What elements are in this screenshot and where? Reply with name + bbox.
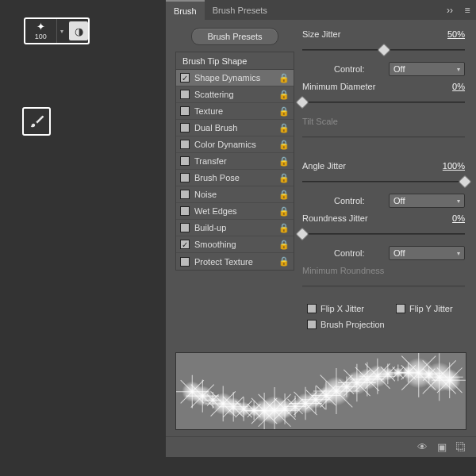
lock-icon[interactable]: 🔒 <box>278 140 290 150</box>
sparkle-icon: ✦ <box>36 21 45 32</box>
lock-icon[interactable]: 🔒 <box>278 90 290 100</box>
lock-icon[interactable]: 🔒 <box>278 156 290 167</box>
panel-tabs: Brush Brush Presets ›› ≡ <box>166 0 476 20</box>
checkbox[interactable] <box>180 73 190 83</box>
brush-tool-button[interactable] <box>22 107 51 136</box>
flip-x-jitter-checkbox[interactable]: Flip X Jitter <box>307 304 364 313</box>
brush-stroke-preview <box>175 352 466 430</box>
dynamics-label: Transfer <box>194 156 278 166</box>
brush-dynamics-list: Brush Tip Shape Shape Dynamics🔒Scatterin… <box>175 52 294 271</box>
dynamics-row-build-up[interactable]: Build-up🔒 <box>176 220 294 236</box>
tab-brush-presets[interactable]: Brush Presets <box>205 0 275 20</box>
brush-options-column: Brush Presets Brush Tip Shape Shape Dyna… <box>175 28 294 341</box>
checkbox[interactable] <box>180 190 190 199</box>
min-diameter-label: Minimum Diameter <box>302 82 428 91</box>
dynamics-label: Noise <box>194 190 278 199</box>
lock-icon[interactable]: 🔒 <box>278 73 290 83</box>
size-jitter-label: Size Jitter <box>302 29 428 39</box>
tab-brush[interactable]: Brush <box>166 0 205 20</box>
min-roundness-slider <box>302 282 465 293</box>
chevron-down-icon[interactable]: ▾ <box>57 28 68 35</box>
checkbox[interactable] <box>180 223 190 232</box>
tilt-scale-slider <box>302 132 465 144</box>
lock-icon[interactable]: 🔒 <box>278 190 290 200</box>
dynamics-label: Brush Pose <box>194 173 278 182</box>
brush-preset-widget[interactable]: ✦ 100 ▾ ◑ <box>24 17 90 44</box>
roundness-jitter-value[interactable]: 0% <box>428 213 465 223</box>
dynamics-label: Build-up <box>194 223 278 232</box>
brush-presets-button[interactable]: Brush Presets <box>191 28 278 45</box>
checkbox[interactable] <box>180 173 190 182</box>
checkbox[interactable] <box>180 240 190 249</box>
control-label: Control: <box>334 196 365 205</box>
min-diameter-slider[interactable] <box>302 98 465 109</box>
lock-icon[interactable]: 🔒 <box>278 256 290 267</box>
dynamics-row-wet-edges[interactable]: Wet Edges🔒 <box>176 203 294 220</box>
min-roundness-label: Minimum Roundness <box>302 266 465 275</box>
pressure-toggle-icon[interactable]: ◑ <box>69 21 88 40</box>
dynamics-label: Scattering <box>194 90 278 99</box>
angle-jitter-slider[interactable] <box>302 177 465 188</box>
dynamics-label: Texture <box>194 106 278 116</box>
flip-y-jitter-checkbox[interactable]: Flip Y Jitter <box>396 304 453 313</box>
create-brush-icon[interactable]: ⿻ <box>456 441 466 453</box>
dynamics-label: Color Dynamics <box>194 140 278 149</box>
dynamics-row-dual-brush[interactable]: Dual Brush🔒 <box>176 120 294 136</box>
lock-icon[interactable]: 🔒 <box>278 173 290 183</box>
size-jitter-value[interactable]: 50% <box>428 29 465 39</box>
dynamics-row-brush-pose[interactable]: Brush Pose🔒 <box>176 170 294 186</box>
brush-panel: Brush Brush Presets ›› ≡ Brush Presets B… <box>166 0 476 457</box>
dynamics-label: Protect Texture <box>194 257 278 267</box>
lock-icon[interactable]: 🔒 <box>278 106 290 117</box>
size-jitter-slider[interactable] <box>302 45 465 56</box>
dynamics-row-color-dynamics[interactable]: Color Dynamics🔒 <box>176 136 294 153</box>
min-diameter-value[interactable]: 0% <box>428 82 465 91</box>
roundness-control-select[interactable]: Off▾ <box>389 246 465 260</box>
dynamics-label: Shape Dynamics <box>194 73 278 83</box>
dynamics-row-texture[interactable]: Texture🔒 <box>176 103 294 120</box>
brush-size-value: 100 <box>35 33 47 40</box>
dynamics-row-noise[interactable]: Noise🔒 <box>176 186 294 203</box>
new-preset-icon[interactable]: ▣ <box>437 441 447 453</box>
angle-jitter-value[interactable]: 100% <box>428 161 465 171</box>
roundness-jitter-label: Roundness Jitter <box>302 213 428 223</box>
checkbox[interactable] <box>180 140 190 149</box>
panel-footer: 👁 ▣ ⿻ <box>166 436 476 457</box>
checkbox[interactable] <box>180 90 190 99</box>
dynamics-row-scattering[interactable]: Scattering🔒 <box>176 86 294 103</box>
checkbox[interactable] <box>180 257 190 267</box>
control-label: Control: <box>334 64 365 74</box>
dynamics-row-smoothing[interactable]: Smoothing🔒 <box>176 236 294 253</box>
lock-icon[interactable]: 🔒 <box>278 123 290 133</box>
checkbox[interactable] <box>180 206 190 216</box>
lock-icon[interactable]: 🔒 <box>278 240 290 250</box>
checkbox[interactable] <box>180 156 190 166</box>
checkbox[interactable] <box>180 106 190 116</box>
dynamics-label: Wet Edges <box>194 206 278 216</box>
brush-projection-checkbox[interactable]: Brush Projection <box>307 320 385 329</box>
tilt-scale-label: Tilt Scale <box>302 117 465 126</box>
size-control-select[interactable]: Off▾ <box>389 62 465 76</box>
angle-jitter-label: Angle Jitter <box>302 161 428 171</box>
brush-tip-preview[interactable]: ✦ 100 <box>25 19 57 43</box>
brush-tip-shape-button[interactable]: Brush Tip Shape <box>176 52 294 70</box>
roundness-jitter-slider[interactable] <box>302 229 465 240</box>
collapse-icon[interactable]: ›› <box>441 0 459 20</box>
dynamics-row-protect-texture[interactable]: Protect Texture🔒 <box>176 253 294 270</box>
dynamics-label: Smoothing <box>194 240 278 249</box>
angle-control-select[interactable]: Off▾ <box>389 194 465 208</box>
brush-icon <box>28 113 45 130</box>
shape-dynamics-controls: Size Jitter50% Control: Off▾ Minimum Dia… <box>302 28 466 341</box>
panel-menu-icon[interactable]: ≡ <box>459 0 476 20</box>
dynamics-row-transfer[interactable]: Transfer🔒 <box>176 153 294 170</box>
checkbox[interactable] <box>180 123 190 132</box>
preview-toggle-icon[interactable]: 👁 <box>417 441 428 453</box>
dynamics-row-shape-dynamics[interactable]: Shape Dynamics🔒 <box>176 70 294 86</box>
control-label: Control: <box>334 248 365 258</box>
dynamics-label: Dual Brush <box>194 123 278 132</box>
lock-icon[interactable]: 🔒 <box>278 206 290 217</box>
lock-icon[interactable]: 🔒 <box>278 223 290 233</box>
